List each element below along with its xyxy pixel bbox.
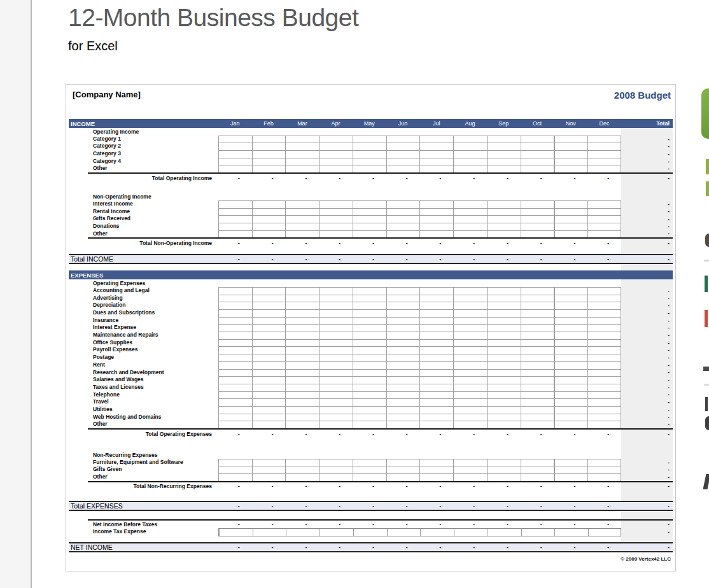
dash-value: - xyxy=(587,483,621,489)
dash-value: - xyxy=(353,503,386,509)
operating-income-header-row: Operating Income xyxy=(69,128,673,136)
dash-value: - xyxy=(420,544,454,550)
dash-value: - xyxy=(521,544,554,550)
month-value-cells xyxy=(218,165,621,172)
dash-value: - xyxy=(453,544,487,550)
dash-value: - xyxy=(252,483,286,489)
sum-values: ------------ xyxy=(218,482,621,491)
row-total-value: - xyxy=(621,391,673,399)
budget-line-row: Gifts Given - xyxy=(69,466,673,473)
budget-spreadsheet: INCOME JanFebMarAprMayJunJulAugSepOctNov… xyxy=(69,119,673,562)
dash-value: - xyxy=(453,431,487,437)
budget-line-row: Donations - xyxy=(69,223,673,230)
italic-letter-fragment xyxy=(703,474,709,489)
row-total-value: - xyxy=(621,339,673,347)
line-item-label: Interest Income xyxy=(69,200,218,208)
dash-value: - xyxy=(286,544,319,550)
dash-value: - xyxy=(487,175,521,181)
dash-value: - xyxy=(587,521,621,528)
dash-value: - xyxy=(453,256,487,262)
dash-value: - xyxy=(252,175,286,181)
dash-value: - xyxy=(420,521,454,528)
dash-value: - xyxy=(521,521,554,528)
budget-line-row: Rent - xyxy=(69,361,673,369)
dash-value: - xyxy=(487,256,521,262)
dash-value: - xyxy=(521,503,554,509)
row-total-value: - xyxy=(621,421,673,428)
budget-line-row: Telephone - xyxy=(69,391,673,399)
dash-value: - xyxy=(218,175,252,181)
line-item-label: Other xyxy=(69,230,218,238)
green-link-fragment[interactable] xyxy=(706,181,709,196)
line-item-label: Furniture, Equipment and Software xyxy=(69,459,218,466)
month-value-cells xyxy=(218,528,621,536)
dash-value: - xyxy=(453,521,487,528)
dash-value: - xyxy=(252,544,286,550)
expenses-header-band: EXPENSES xyxy=(69,270,673,279)
dash-value: - xyxy=(353,240,386,246)
operating-expenses-header-row: Operating Expenses xyxy=(69,279,673,287)
sum-values: ------------ xyxy=(218,174,621,182)
dash-value: - xyxy=(453,503,487,509)
row-total-value: - xyxy=(621,398,673,406)
row-total-value: - xyxy=(621,215,673,223)
month-value-cells xyxy=(218,295,621,302)
month-value-cells xyxy=(218,230,621,238)
dash-value: - xyxy=(252,256,286,262)
dash-value: - xyxy=(521,431,554,437)
sum-label: Total Non-Recurring Expenses xyxy=(69,483,218,489)
month-header: Apr xyxy=(319,120,353,127)
total-operating-income-row: Total Operating Income ------------ - xyxy=(69,174,673,182)
month-header: Feb xyxy=(252,120,286,127)
dash-value: - xyxy=(353,544,386,550)
excel-file-icon-fragment[interactable] xyxy=(705,276,708,292)
budget-line-row: Travel - xyxy=(69,398,673,406)
row-total-value: - xyxy=(621,309,673,317)
row-total-value: - xyxy=(621,324,673,332)
net-income-label: NET INCOME xyxy=(69,543,218,551)
row-total-value: - xyxy=(621,136,673,143)
dash-value: - xyxy=(218,483,252,489)
line-item-label: Category 3 xyxy=(69,150,218,158)
dash-value: - xyxy=(487,431,521,437)
budget-line-row: Other - xyxy=(69,421,673,428)
line-item-label: Category 1 xyxy=(69,136,218,143)
month-value-cells xyxy=(218,376,621,384)
green-link-fragment[interactable] xyxy=(706,159,709,174)
line-item-label: Research and Development xyxy=(69,369,218,377)
budget-line-row: Category 3 - xyxy=(69,150,673,158)
dash-value: - xyxy=(218,503,252,509)
budget-line-row: Depreciation - xyxy=(69,302,673,309)
dash-value: - xyxy=(420,483,454,489)
row-total-value: - xyxy=(621,165,673,172)
dash-value: - xyxy=(453,240,487,246)
dash-value: - xyxy=(487,521,521,528)
month-header: Jan xyxy=(218,120,252,127)
row-total-value: - xyxy=(621,376,673,384)
budget-line-row: Interest Expense - xyxy=(69,324,673,332)
total-non-operating-income-row: Total Non-Operating Income ------------ … xyxy=(69,239,673,247)
income-band-label: INCOME xyxy=(69,120,218,127)
sum-values: ------------ xyxy=(218,430,621,438)
dash-value: - xyxy=(252,240,286,246)
dash-value: - xyxy=(319,483,353,489)
dash-value: - xyxy=(319,544,353,550)
operating-income-rows: Category 1 - Category 2 - Category 3 - xyxy=(69,136,673,172)
row-total-value: - xyxy=(621,317,673,325)
row-total-value: - xyxy=(621,502,673,510)
row-total-value: - xyxy=(621,200,673,208)
file-icon-fragment[interactable] xyxy=(705,310,708,327)
net-income-band: NET INCOME ------------ - xyxy=(69,542,673,552)
dash-value: - xyxy=(386,256,420,262)
month-value-cells xyxy=(218,143,621,150)
download-button-fragment[interactable] xyxy=(701,88,709,139)
dash-value: - xyxy=(286,521,319,528)
row-total-value: - xyxy=(621,528,673,536)
month-header: Jun xyxy=(386,120,420,127)
dash-value: - xyxy=(587,240,621,246)
page-header: 12-Month Business Budget for Excel xyxy=(68,4,358,53)
month-value-cells xyxy=(218,466,621,473)
budget-line-row: Utilities - xyxy=(69,406,673,414)
dash-value: - xyxy=(386,431,420,437)
dash-value: - xyxy=(286,175,319,181)
